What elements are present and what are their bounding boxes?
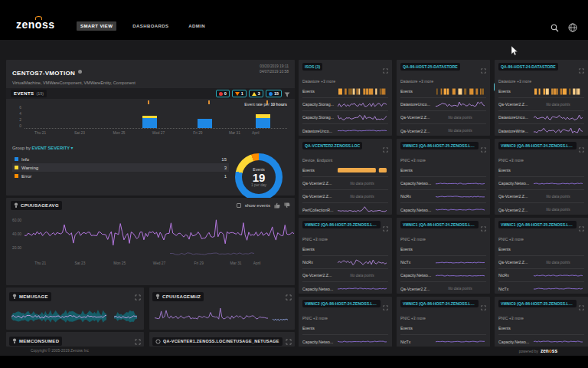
device-name[interactable]: CENTOS7-VMOTION bbox=[12, 70, 75, 77]
group-by-value[interactable]: EVENT SEVERITY ▾ bbox=[31, 146, 73, 150]
device-panel: CENTOS7-VMOTION 03/20/2019 19:11 04/07/2… bbox=[6, 60, 295, 196]
expand-icon[interactable] bbox=[579, 221, 584, 235]
legend-row-info[interactable]: Info15 bbox=[12, 155, 229, 163]
netusage-title-pill[interactable]: QA-VCENTER1.ZENOSS.LOC/NETUSAGE_NETUSAGE bbox=[152, 337, 283, 346]
tile-title[interactable]: ISOS (3) bbox=[302, 63, 322, 71]
entity-tile[interactable]: VMNIC2 (QA-86-HOST-24.ZENOSS.LAB)PNIC +3… bbox=[299, 297, 392, 347]
group-by-control[interactable]: Group by EVENT SEVERITY ▾ bbox=[12, 146, 289, 150]
severity-badge[interactable]: 15 bbox=[266, 90, 282, 97]
legend-row-error[interactable]: Error1 bbox=[12, 172, 229, 180]
expand-icon[interactable] bbox=[481, 142, 486, 156]
show-events-checkbox[interactable] bbox=[237, 203, 241, 208]
expand-icon[interactable] bbox=[481, 300, 486, 314]
severity-badge[interactable]: 3 bbox=[249, 90, 263, 97]
tile-title[interactable]: VMNIC0 (QA-86-HOST-25.ZENOSS.LAB) bbox=[498, 300, 577, 307]
metric-flat-viz bbox=[532, 285, 584, 292]
tile-title[interactable]: VMNIC2 (QA-86-HOST-24.ZENOSS.LAB) bbox=[302, 300, 381, 307]
metric-label: Capacity.Storag... bbox=[302, 102, 336, 107]
expand-icon[interactable] bbox=[383, 300, 388, 314]
top-navbar: zenoss SMART VIEWDASHBOARDSADMIN bbox=[0, 0, 588, 40]
nav-item-smart-view[interactable]: SMART VIEW bbox=[77, 21, 116, 31]
event-bar[interactable] bbox=[256, 114, 270, 128]
tile-metric-row: Capacity.Netwo... bbox=[498, 335, 584, 347]
thumbs-down-icon[interactable] bbox=[284, 202, 290, 209]
tile-title[interactable]: VMNIC1 (QA-86-HOST-24.ZENOSS.LAB) bbox=[400, 221, 479, 228]
memconsumed-title-pill[interactable]: MEMCONSUMED bbox=[9, 337, 62, 346]
device-header: CENTOS7-VMOTION 03/20/2019 19:11 04/07/2… bbox=[6, 60, 295, 88]
logo-o-accent: o bbox=[35, 18, 42, 31]
globe-icon[interactable] bbox=[568, 21, 577, 35]
tile-title[interactable]: QA-86-HOST-24-DATASTORE bbox=[498, 63, 558, 71]
tile-metric-row: Qa-Vcenter2.Z...No data points bbox=[498, 203, 584, 216]
event-chart-plot bbox=[24, 107, 287, 129]
event-bar[interactable] bbox=[198, 119, 212, 128]
expand-icon[interactable] bbox=[286, 290, 292, 304]
expand-icon[interactable] bbox=[383, 142, 388, 156]
expand-icon[interactable] bbox=[579, 300, 584, 314]
no-data-text: No data points bbox=[546, 195, 570, 199]
metric-nodata-viz: No data points bbox=[532, 259, 584, 266]
tile-title[interactable]: VMNIC3 (QA-86-HOST-25.ZENOSS.LAB) bbox=[400, 142, 479, 150]
entity-tile[interactable]: VMNIC3 (QA-86-HOST-24.ZENOSS.LAB)PNIC +3… bbox=[397, 297, 490, 347]
legend-row-warning[interactable]: Warning3 bbox=[12, 163, 229, 172]
entity-tile[interactable]: VMNIC3 (QA-86-HOST-25.ZENOSS.LAB)PNIC +3… bbox=[397, 139, 490, 215]
legend-swatch bbox=[15, 166, 18, 169]
tile-title[interactable]: VMNIC0 (QA-86-HOST-24.ZENOSS.LAB) bbox=[498, 142, 577, 150]
tile-title[interactable]: VMNIC3 (QA-86-HOST-24.ZENOSS.LAB) bbox=[400, 300, 479, 307]
metric-nodata-viz: No data points bbox=[336, 193, 388, 200]
cpuusageavg-title-pill[interactable]: CPUUSAGEAVG bbox=[11, 201, 62, 210]
memusage-chart bbox=[10, 306, 139, 329]
entity-tile[interactable]: QA-86-HOST-24-DATASTOREDatastore +3 more… bbox=[495, 60, 588, 136]
metric-empty-viz bbox=[336, 246, 388, 253]
thumbs-up-icon[interactable] bbox=[274, 202, 280, 209]
severity-badge[interactable]: 0 bbox=[216, 90, 230, 97]
mouse-cursor bbox=[511, 45, 518, 59]
entity-tile[interactable]: VMNIC1 (QA-86-HOST-24.ZENOSS.LAB)PNIC +3… bbox=[397, 218, 490, 294]
tile-metric-row: Events bbox=[400, 164, 486, 177]
zenoss-logo[interactable]: zenoss bbox=[16, 18, 54, 31]
event-bar[interactable] bbox=[142, 116, 157, 128]
expand-icon[interactable] bbox=[481, 63, 486, 77]
metric-label: Capacity.Netwo... bbox=[498, 181, 532, 186]
severity-badge[interactable]: 1 bbox=[232, 90, 247, 97]
tile-metric-row: DatastoreUnco... bbox=[400, 98, 486, 111]
metric-label: Events bbox=[400, 168, 434, 172]
expand-icon[interactable] bbox=[481, 221, 486, 235]
tile-title[interactable]: VMNIC2 (QA-86-HOST-25.ZENOSS.LAB) bbox=[302, 221, 381, 228]
metric-label: Capacity.Netwo... bbox=[400, 273, 434, 278]
expand-icon[interactable] bbox=[579, 142, 584, 156]
entity-tile[interactable]: VMNIC2 (QA-86-HOST-25.ZENOSS.LAB)PNIC +3… bbox=[299, 218, 392, 294]
expand-icon[interactable] bbox=[135, 334, 141, 347]
tile-metric-row: Events bbox=[302, 322, 388, 335]
bulb-icon bbox=[14, 202, 18, 209]
tile-metric-row: Capacity.Netwo... bbox=[302, 335, 388, 347]
tile-metric-row: NicRx bbox=[302, 256, 388, 269]
tile-subtitle: PNIC +3 more bbox=[302, 316, 388, 320]
expand-icon[interactable] bbox=[383, 221, 388, 235]
metric-label: Events bbox=[498, 326, 532, 330]
memusage-title-pill[interactable]: MEMUSAGE bbox=[9, 292, 51, 301]
entity-tile[interactable]: ISOS (3)Datastore +3 moreEventsCapacity.… bbox=[299, 60, 392, 136]
entity-tile[interactable]: VMNIC0 (QA-86-HOST-24.ZENOSS.LAB)PNIC +3… bbox=[495, 139, 588, 215]
tile-metric-row: Events bbox=[302, 164, 388, 177]
expand-icon[interactable] bbox=[286, 334, 292, 347]
tile-title[interactable]: QA-86-HOST-25-DATASTORE bbox=[400, 63, 460, 71]
metric-label: PerfCollectionR... bbox=[302, 208, 336, 212]
cpuusagemhz-title-pill[interactable]: CPUUSAGEMHZ bbox=[152, 292, 204, 301]
expand-icon[interactable] bbox=[579, 63, 584, 77]
tile-title[interactable]: VMNIC1 (QA-86-HOST-25.ZENOSS.LAB) bbox=[498, 221, 577, 228]
metric-nodata-viz: No data points bbox=[532, 193, 584, 200]
metric-empty-viz bbox=[434, 167, 486, 174]
metric-flat-viz bbox=[434, 272, 486, 279]
tile-title[interactable]: QA-VCENTER2.ZENOSS.LOC bbox=[302, 142, 362, 150]
entity-tile[interactable]: VMNIC1 (QA-86-HOST-25.ZENOSS.LAB)PNIC +3… bbox=[495, 218, 588, 294]
nav-item-dashboards[interactable]: DASHBOARDS bbox=[129, 21, 172, 31]
nav-item-admin[interactable]: ADMIN bbox=[185, 21, 209, 31]
expand-icon[interactable] bbox=[135, 290, 141, 304]
search-icon[interactable] bbox=[550, 21, 559, 35]
entity-tile[interactable]: QA-VCENTER2.ZENOSS.LOCDevice, EndpointEv… bbox=[299, 139, 392, 215]
metric-label: Capacity.Netwo... bbox=[302, 340, 336, 344]
entity-tile[interactable]: QA-86-HOST-25-DATASTOREDatastore +3 more… bbox=[397, 60, 490, 136]
entity-tile[interactable]: VMNIC0 (QA-86-HOST-25.ZENOSS.LAB)PNIC +3… bbox=[495, 297, 588, 347]
expand-icon[interactable] bbox=[383, 63, 388, 77]
